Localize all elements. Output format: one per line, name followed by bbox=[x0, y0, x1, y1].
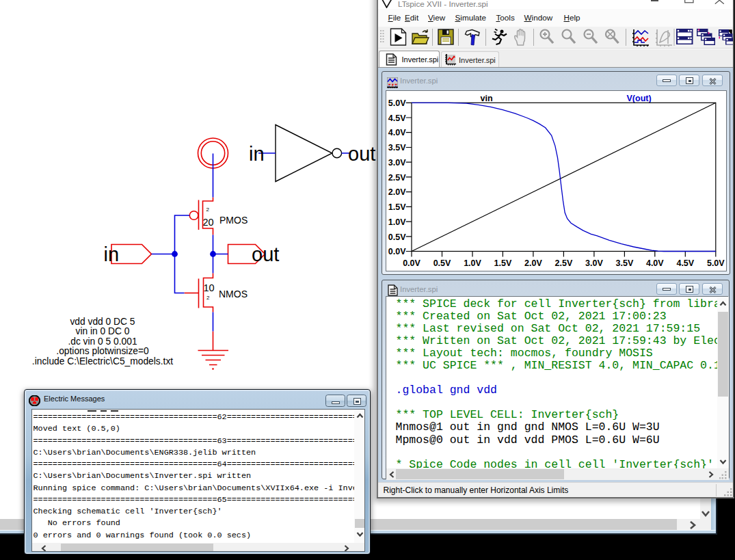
svg-text:2: 2 bbox=[206, 206, 210, 213]
svg-text:2.5V: 2.5V bbox=[555, 258, 573, 267]
svg-text:3.5V: 3.5V bbox=[616, 258, 634, 267]
svg-text:.options plotwinsize=0: .options plotwinsize=0 bbox=[56, 346, 149, 356]
svg-text:0.5V: 0.5V bbox=[388, 232, 406, 241]
svg-text:in: in bbox=[104, 243, 120, 265]
svg-text:out: out bbox=[348, 143, 375, 165]
svg-text:V(out): V(out) bbox=[627, 93, 652, 103]
svg-text:0.0V: 0.0V bbox=[388, 247, 406, 256]
svg-text:2: 2 bbox=[206, 295, 210, 301]
svg-text:.dc vin 0 5 0.001: .dc vin 0 5 0.001 bbox=[68, 336, 137, 347]
svg-text:2.0V: 2.0V bbox=[524, 258, 542, 267]
svg-text:vin in 0 DC 0: vin in 0 DC 0 bbox=[76, 326, 130, 336]
svg-text:4.0V: 4.0V bbox=[388, 128, 406, 137]
svg-text:4.0V: 4.0V bbox=[646, 258, 664, 267]
svg-text:3.0V: 3.0V bbox=[388, 157, 406, 167]
svg-text:.include C:\Electric\C5_models: .include C:\Electric\C5_models.txt bbox=[32, 356, 173, 366]
svg-text:5.0V: 5.0V bbox=[388, 98, 406, 108]
svg-text:vin: vin bbox=[481, 93, 493, 103]
svg-text:0.5V: 0.5V bbox=[433, 258, 451, 267]
svg-text:20: 20 bbox=[203, 217, 214, 228]
svg-text:2.0V: 2.0V bbox=[388, 187, 406, 197]
svg-text:vdd vdd 0 DC 5: vdd vdd 0 DC 5 bbox=[70, 317, 135, 327]
svg-text:1.5V: 1.5V bbox=[494, 258, 512, 267]
svg-text:1.5V: 1.5V bbox=[388, 202, 406, 212]
svg-text:out: out bbox=[252, 243, 279, 265]
svg-text:3.0V: 3.0V bbox=[585, 258, 603, 267]
svg-text:1.0V: 1.0V bbox=[464, 258, 481, 267]
svg-text:4.5V: 4.5V bbox=[388, 113, 406, 122]
svg-text:10: 10 bbox=[204, 282, 215, 293]
svg-text:0.0V: 0.0V bbox=[403, 258, 420, 267]
svg-text:in: in bbox=[249, 143, 265, 165]
svg-text:3.5V: 3.5V bbox=[388, 143, 406, 152]
svg-text:2.5V: 2.5V bbox=[388, 172, 406, 182]
svg-text:PMOS: PMOS bbox=[219, 215, 248, 226]
svg-text:NMOS: NMOS bbox=[219, 289, 248, 299]
svg-text:5.0V: 5.0V bbox=[707, 258, 725, 267]
svg-text:4.5V: 4.5V bbox=[676, 258, 694, 267]
svg-text:1.0V: 1.0V bbox=[388, 217, 406, 226]
